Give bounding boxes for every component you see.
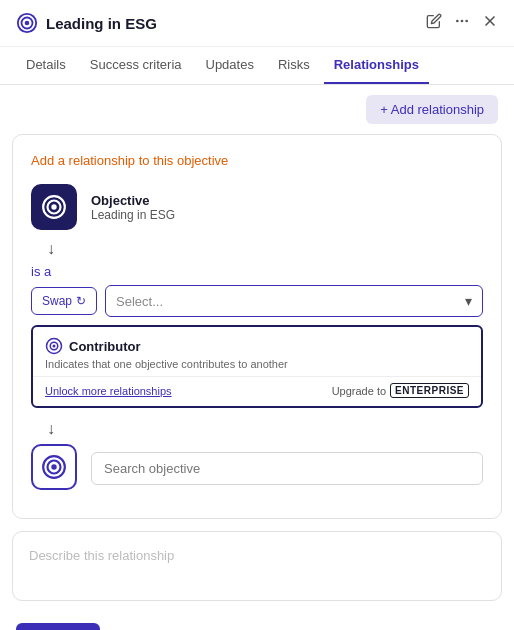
arrow-down-icon-2: ↓ — [47, 420, 55, 437]
footer: Create Cancel — [0, 613, 514, 630]
contributor-title: Contributor — [69, 339, 140, 354]
tabs-bar: Details Success criteria Updates Risks R… — [0, 47, 514, 85]
relationship-select[interactable]: Select... ▾ — [105, 285, 483, 317]
svg-point-3 — [456, 20, 459, 23]
page-title: Leading in ESG — [46, 15, 426, 32]
objective-row: Objective Leading in ESG — [31, 184, 483, 230]
contributor-option[interactable]: Contributor Indicates that one objective… — [33, 327, 481, 376]
describe-placeholder: Describe this relationship — [29, 548, 174, 563]
arrow-row-2: ↓ — [31, 416, 483, 444]
swap-icon: ↻ — [76, 294, 86, 308]
swap-label: Swap — [42, 294, 72, 308]
unlock-link[interactable]: Unlock more relationships — [45, 385, 172, 397]
dropdown-footer: Unlock more relationships Upgrade to ENT… — [33, 376, 481, 406]
relationship-dropdown: Contributor Indicates that one objective… — [31, 325, 483, 408]
relationship-card: Add a relationship to this objective Obj… — [12, 134, 502, 519]
chevron-down-icon: ▾ — [465, 293, 472, 309]
header: Leading in ESG — [0, 0, 514, 47]
svg-point-13 — [53, 345, 56, 348]
select-placeholder: Select... — [116, 294, 163, 309]
tab-details[interactable]: Details — [16, 47, 76, 84]
swap-select-row: Swap ↻ Select... ▾ — [31, 285, 483, 317]
toolbar: + Add relationship — [0, 85, 514, 134]
enterprise-badge: ENTERPRISE — [390, 383, 469, 398]
app-logo — [16, 12, 38, 34]
card-title: Add a relationship to this objective — [31, 153, 483, 168]
objective-name: Leading in ESG — [91, 208, 175, 222]
second-icon-row — [31, 444, 483, 490]
arrow-row-1: ↓ — [31, 234, 483, 264]
svg-point-5 — [465, 20, 468, 23]
contributor-icon — [45, 337, 63, 355]
tab-updates[interactable]: Updates — [196, 47, 264, 84]
svg-point-4 — [461, 20, 464, 23]
contributor-desc: Indicates that one objective contributes… — [45, 358, 469, 370]
objective-icon — [31, 184, 77, 230]
objective-label: Objective — [91, 193, 175, 208]
edit-icon[interactable] — [426, 13, 442, 33]
create-button[interactable]: Create — [16, 623, 100, 630]
tab-success-criteria[interactable]: Success criteria — [80, 47, 192, 84]
tab-relationships[interactable]: Relationships — [324, 47, 429, 84]
objective-info: Objective Leading in ESG — [91, 193, 175, 222]
tab-risks[interactable]: Risks — [268, 47, 320, 84]
svg-point-2 — [25, 21, 30, 26]
describe-relationship-box[interactable]: Describe this relationship — [12, 531, 502, 601]
svg-point-16 — [51, 464, 56, 469]
header-actions — [426, 13, 498, 33]
target-objective-icon — [31, 444, 77, 490]
upgrade-prefix: Upgrade to — [332, 385, 386, 397]
search-objective-input[interactable] — [91, 452, 483, 485]
more-icon[interactable] — [454, 13, 470, 33]
swap-button[interactable]: Swap ↻ — [31, 287, 97, 315]
upgrade-row: Upgrade to ENTERPRISE — [332, 383, 469, 398]
close-icon[interactable] — [482, 13, 498, 33]
arrow-down-icon: ↓ — [47, 240, 55, 258]
contributor-header: Contributor — [45, 337, 469, 355]
add-relationship-button[interactable]: + Add relationship — [366, 95, 498, 124]
is-a-label: is a — [31, 264, 483, 285]
svg-point-10 — [51, 204, 56, 209]
